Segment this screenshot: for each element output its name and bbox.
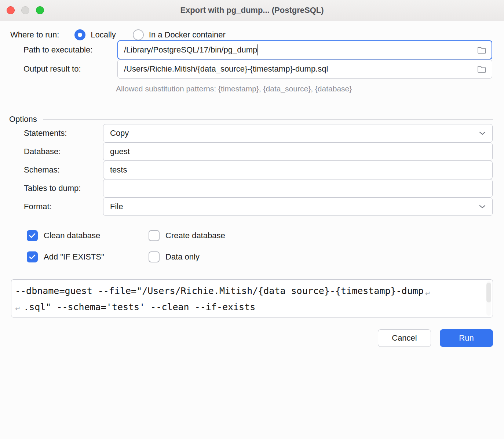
command-preview[interactable]: --dbname=guest --file="/Users/Richie.Mit… xyxy=(11,279,493,318)
checkbox-row-2: Add "IF EXISTS" Data only xyxy=(27,251,504,262)
schemas-value: tests xyxy=(110,165,127,175)
path-to-executable-input[interactable]: /Library/PostgreSQL/17/bin/pg_dump xyxy=(117,40,492,59)
output-result-input[interactable]: /Users/Richie.Mitish/{data_source}-{time… xyxy=(117,59,492,79)
substitution-hint: Allowed substitution patterns: {timestam… xyxy=(116,84,504,93)
checkbox-data-only-control[interactable] xyxy=(149,251,160,262)
where-to-run-label: Where to run: xyxy=(10,30,59,40)
checkbox-create-database[interactable]: Create database xyxy=(149,230,225,241)
soft-wrap-icon: ↵ xyxy=(15,305,21,312)
run-button[interactable]: Run xyxy=(440,329,493,347)
check-icon xyxy=(29,254,36,260)
statements-row: Statements: Copy xyxy=(24,124,493,142)
output-result-label: Output result to: xyxy=(23,64,117,74)
statements-label: Statements: xyxy=(24,128,103,138)
command-line-1-text: --dbname=guest --file="/Users/Richie.Mit… xyxy=(15,286,424,296)
database-row: Database: guest xyxy=(24,142,493,161)
chevron-down-icon xyxy=(478,204,486,209)
checkbox-add-if-exists-label: Add "IF EXISTS" xyxy=(44,252,104,262)
command-scrollbar[interactable] xyxy=(486,281,491,316)
path-to-executable-label: Path to executable: xyxy=(23,45,117,55)
browse-path-button[interactable] xyxy=(473,46,487,54)
options-section-title: Options xyxy=(9,115,37,124)
folder-icon xyxy=(477,46,487,54)
radio-locally-label: Locally xyxy=(91,30,116,40)
chevron-down-icon xyxy=(478,131,486,136)
folder-icon xyxy=(477,65,487,73)
database-value: guest xyxy=(110,147,130,156)
statements-select[interactable]: Copy xyxy=(103,124,493,142)
radio-locally-control[interactable] xyxy=(74,29,85,40)
format-value: File xyxy=(110,202,123,211)
options-divider xyxy=(43,119,493,120)
checkbox-create-database-label: Create database xyxy=(165,231,225,240)
statements-value: Copy xyxy=(110,128,129,138)
path-to-executable-row: Path to executable: /Library/PostgreSQL/… xyxy=(23,40,492,59)
checkbox-add-if-exists[interactable]: Add "IF EXISTS" xyxy=(27,251,149,262)
window-titlebar: Export with pg_dump... (PostgreSQL) xyxy=(0,0,504,21)
checkbox-create-database-control[interactable] xyxy=(149,230,160,241)
radio-docker-label: In a Docker container xyxy=(149,30,226,40)
cancel-button[interactable]: Cancel xyxy=(378,329,431,347)
text-caret xyxy=(258,44,258,55)
schemas-row: Schemas: tests xyxy=(24,161,493,179)
checkbox-data-only[interactable]: Data only xyxy=(149,251,200,262)
where-to-run-row: Where to run: Locally In a Docker contai… xyxy=(10,29,504,40)
command-line-2: ↵ .sql" --schema='tests' --clean --if-ex… xyxy=(15,299,482,315)
checkbox-clean-database-control[interactable] xyxy=(27,230,38,241)
database-input[interactable]: guest xyxy=(103,142,493,161)
soft-wrap-icon: ↵ xyxy=(425,290,431,297)
window-title: Export with pg_dump... (PostgreSQL) xyxy=(180,6,324,15)
command-line-2-text: .sql" --schema='tests' --clean --if-exis… xyxy=(23,302,255,312)
radio-docker-control[interactable] xyxy=(133,29,144,40)
tables-to-dump-label: Tables to dump: xyxy=(24,184,103,193)
database-label: Database: xyxy=(24,147,103,156)
checkbox-clean-database[interactable]: Clean database xyxy=(27,230,149,241)
format-label: Format: xyxy=(24,202,103,211)
path-to-executable-value: /Library/PostgreSQL/17/bin/pg_dump xyxy=(124,45,257,55)
radio-docker[interactable]: In a Docker container xyxy=(133,29,226,40)
output-result-value: /Users/Richie.Mitish/{data_source}-{time… xyxy=(124,64,328,74)
dialog-buttons: Cancel Run xyxy=(0,329,493,347)
tables-to-dump-row: Tables to dump: xyxy=(24,179,493,197)
checkbox-add-if-exists-control[interactable] xyxy=(27,251,38,262)
format-select[interactable]: File xyxy=(103,197,493,216)
check-icon xyxy=(29,233,36,238)
schemas-input[interactable]: tests xyxy=(103,161,493,179)
browse-output-button[interactable] xyxy=(473,65,487,73)
format-row: Format: File xyxy=(24,197,493,216)
traffic-lights xyxy=(7,6,44,14)
radio-locally[interactable]: Locally xyxy=(74,29,116,40)
output-result-row: Output result to: /Users/Richie.Mitish/{… xyxy=(23,59,492,79)
close-icon[interactable] xyxy=(7,6,15,14)
checkbox-clean-database-label: Clean database xyxy=(44,231,100,240)
command-scrollbar-thumb[interactable] xyxy=(486,283,491,303)
schemas-label: Schemas: xyxy=(24,165,103,175)
minimize-icon xyxy=(21,6,29,14)
options-section-header: Options xyxy=(9,115,493,124)
command-line-1: --dbname=guest --file="/Users/Richie.Mit… xyxy=(15,283,482,299)
checkbox-data-only-label: Data only xyxy=(165,252,200,262)
zoom-icon[interactable] xyxy=(36,6,44,14)
tables-to-dump-input[interactable] xyxy=(103,179,493,197)
checkbox-row-1: Clean database Create database xyxy=(27,230,504,241)
